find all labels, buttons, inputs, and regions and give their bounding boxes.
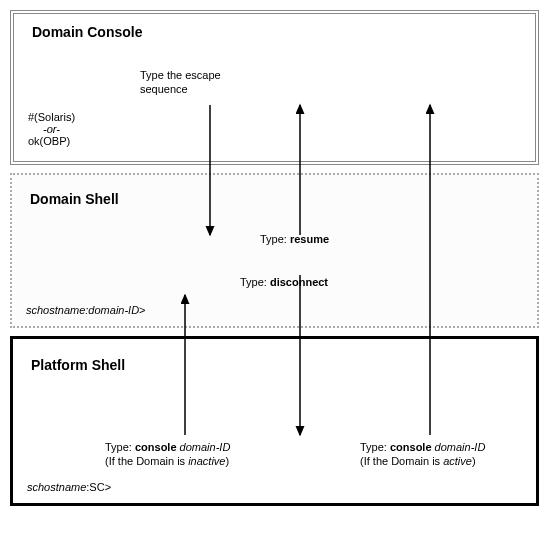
prompt-host: schostname:domain-ID [26, 304, 139, 316]
label-cmd: console [390, 441, 435, 453]
title-domain-shell: Domain Shell [30, 191, 519, 207]
prompt-line: -or- [28, 123, 75, 135]
label-text: (If the Domain is [360, 455, 443, 467]
prompt-domain-console: #(Solaris) -or- ok(OBP) [28, 111, 75, 147]
label-arg: domain-ID [435, 441, 486, 453]
prompt-line: #(Solaris) [28, 111, 75, 123]
diagram-stage: Domain Console #(Solaris) -or- ok(OBP) D… [10, 10, 539, 506]
title-platform-shell: Platform Shell [31, 357, 518, 373]
label-escape: Type the escape sequence [140, 68, 260, 97]
label-state: active [443, 455, 472, 467]
title-domain-console: Domain Console [32, 24, 517, 40]
label-text: ) [225, 455, 229, 467]
prompt-line: ok(OBP) [28, 135, 75, 147]
label-disconnect: Type: disconnect [240, 275, 328, 289]
label-state: inactive [188, 455, 225, 467]
label-cmd: console [135, 441, 180, 453]
label-text: (If the Domain is [105, 455, 188, 467]
label-text: Type: [105, 441, 135, 453]
box-platform-shell: Platform Shell schostname:SC> [10, 336, 539, 506]
label-text: ) [472, 455, 476, 467]
prompt-platform-shell: schostname:SC> [27, 481, 111, 493]
box-domain-shell: Domain Shell schostname:domain-ID> [10, 173, 539, 328]
box-domain-console: Domain Console #(Solaris) -or- ok(OBP) [10, 10, 539, 165]
label-console-active: Type: console domain-ID (If the Domain i… [360, 440, 520, 469]
prompt-domain-shell: schostname:domain-ID> [26, 304, 146, 316]
prompt-host: schostname [27, 481, 86, 493]
label-text: Type: [360, 441, 390, 453]
prompt-tail: > [139, 304, 145, 316]
label-console-inactive: Type: console domain-ID (If the Domain i… [105, 440, 265, 469]
label-text: Type the escape sequence [140, 69, 221, 95]
label-text: Type: [240, 276, 270, 288]
label-cmd: disconnect [270, 276, 328, 288]
label-resume: Type: resume [260, 232, 329, 246]
label-text: Type: [260, 233, 290, 245]
prompt-tail: :SC> [86, 481, 111, 493]
label-cmd: resume [290, 233, 329, 245]
label-arg: domain-ID [180, 441, 231, 453]
